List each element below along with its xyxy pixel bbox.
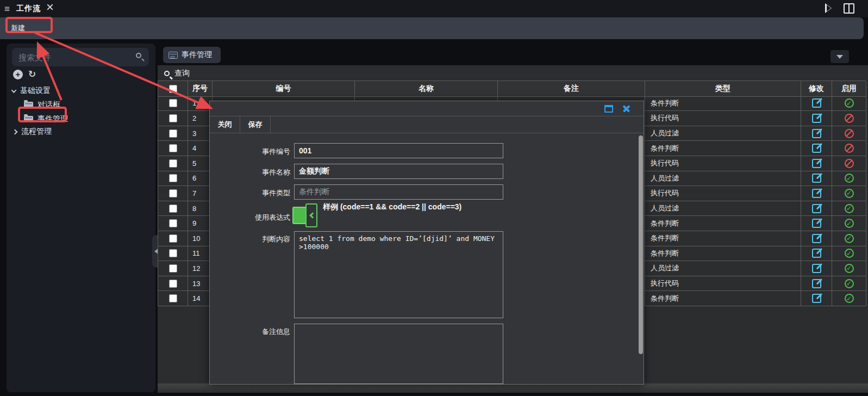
enabled-check-icon[interactable]: ✓ [845, 219, 854, 228]
edit-icon[interactable] [812, 219, 821, 228]
row-enable-cell [832, 111, 866, 126]
row-checkbox[interactable] [169, 144, 177, 152]
edit-icon[interactable] [812, 189, 821, 198]
window-tab-title[interactable]: 工作流 [16, 4, 41, 14]
row-enable-cell: ✓ [832, 261, 866, 276]
select-all-checkbox[interactable] [169, 85, 177, 93]
row-checkbox-cell [158, 261, 188, 276]
dialog-scrollbar-thumb[interactable] [639, 135, 643, 354]
maximize-icon[interactable] [604, 105, 613, 113]
tab-list-dropdown-button[interactable] [830, 50, 849, 63]
row-checkbox[interactable] [169, 294, 177, 302]
event-name-label: 事件名称 [241, 168, 290, 177]
row-type-cell: 条件判断 [645, 96, 801, 112]
new-button[interactable]: 新建 [11, 23, 25, 33]
row-edit-cell [801, 276, 832, 292]
event-name-input[interactable] [294, 164, 503, 179]
tree-label: 对话框 [38, 100, 60, 110]
query-search-icon [164, 71, 170, 76]
tree-label: 基础设置 [20, 86, 51, 96]
enabled-check-icon[interactable]: ✓ [845, 98, 854, 108]
row-checkbox[interactable] [169, 114, 177, 122]
search-icon [136, 53, 141, 58]
col-edit: 修改 [801, 81, 832, 97]
remark-textarea[interactable] [294, 324, 503, 384]
enabled-check-icon[interactable]: ✓ [845, 294, 854, 303]
edit-icon[interactable] [812, 204, 821, 213]
edit-icon[interactable] [812, 264, 821, 273]
row-type-cell: 人员过滤 [645, 171, 801, 187]
edit-icon[interactable] [812, 159, 821, 168]
edit-icon[interactable] [812, 279, 821, 288]
use-expression-toggle-knob[interactable] [305, 203, 317, 227]
row-checkbox[interactable] [169, 234, 177, 243]
hamburger-icon[interactable]: ≡ [4, 4, 10, 15]
row-checkbox-cell [158, 126, 188, 141]
disabled-block-icon[interactable] [845, 159, 854, 168]
tree-node-process-management[interactable]: 流程管理 [13, 127, 52, 137]
grid-window-icon [168, 52, 178, 59]
chevron-left-icon [309, 212, 315, 218]
row-checkbox[interactable] [169, 264, 177, 273]
row-checkbox[interactable] [169, 99, 177, 107]
tree-node-event-management[interactable]: 事件管理 [24, 114, 68, 124]
edit-icon[interactable] [812, 249, 821, 258]
row-checkbox-cell [158, 216, 188, 231]
enabled-check-icon[interactable]: ✓ [845, 279, 854, 288]
add-icon[interactable]: + [13, 70, 23, 79]
search-input[interactable] [12, 48, 149, 66]
edit-icon[interactable] [812, 234, 821, 243]
dialog-titlebar [210, 101, 644, 116]
edit-icon[interactable] [812, 98, 821, 108]
edit-icon[interactable] [812, 129, 821, 138]
row-type-cell: 人员过滤 [645, 201, 801, 216]
row-checkbox[interactable] [169, 174, 177, 182]
disabled-block-icon[interactable] [845, 144, 854, 153]
dialog-close-button[interactable]: 关闭 [210, 116, 240, 133]
col-name: 名称 [355, 81, 498, 97]
row-checkbox[interactable] [169, 189, 177, 197]
enabled-check-icon[interactable]: ✓ [845, 264, 854, 273]
row-checkbox[interactable] [169, 249, 177, 257]
row-type-cell: 执行代码 [645, 156, 801, 171]
refresh-icon[interactable]: ↻ [28, 69, 36, 80]
disabled-block-icon[interactable] [845, 129, 854, 138]
edit-icon[interactable] [812, 294, 821, 303]
expression-sample-text: 样例 (code==1 && code==2 || code==3) [323, 202, 461, 212]
tab-event-management[interactable]: 事件管理 [163, 47, 221, 63]
split-view-icon[interactable] [844, 3, 854, 14]
row-checkbox[interactable] [169, 219, 177, 227]
close-icon[interactable] [622, 104, 630, 113]
content-label: 判断内容 [241, 234, 290, 244]
row-checkbox[interactable] [169, 159, 177, 168]
remark-label: 备注信息 [241, 327, 290, 337]
edit-icon[interactable] [812, 114, 821, 123]
row-type-cell: 执行代码 [645, 186, 801, 201]
window-tab-close-icon[interactable] [46, 3, 54, 11]
row-enable-cell: ✓ [832, 171, 866, 187]
edit-icon[interactable] [812, 174, 821, 183]
row-checkbox[interactable] [169, 129, 177, 138]
event-type-input[interactable] [294, 184, 503, 200]
enabled-check-icon[interactable]: ✓ [845, 234, 854, 243]
query-bar[interactable]: 查询 [164, 69, 190, 78]
edit-icon[interactable] [812, 144, 821, 153]
row-edit-cell [801, 246, 832, 262]
content-textarea[interactable]: select 1 from demo where ID=’[djid]’ and… [294, 231, 503, 318]
tree-node-dialog[interactable]: 对话框 [24, 100, 60, 110]
row-checkbox[interactable] [169, 280, 177, 288]
enabled-check-icon[interactable]: ✓ [845, 204, 854, 213]
dialog-save-button[interactable]: 保存 [240, 116, 271, 133]
event-no-input[interactable] [294, 143, 503, 158]
row-checkbox-cell [158, 141, 188, 156]
enabled-check-icon[interactable]: ✓ [845, 189, 854, 198]
disabled-block-icon[interactable] [845, 114, 854, 123]
enabled-check-icon[interactable]: ✓ [845, 174, 854, 183]
row-type-cell: 人员过滤 [645, 261, 801, 276]
col-enable: 启用 [832, 81, 866, 97]
row-type-cell: 条件判断 [645, 216, 801, 231]
row-checkbox[interactable] [169, 205, 177, 213]
row-edit-cell [801, 141, 832, 156]
enabled-check-icon[interactable]: ✓ [845, 249, 854, 258]
tree-node-basic-settings[interactable]: 基础设置 [12, 86, 51, 96]
